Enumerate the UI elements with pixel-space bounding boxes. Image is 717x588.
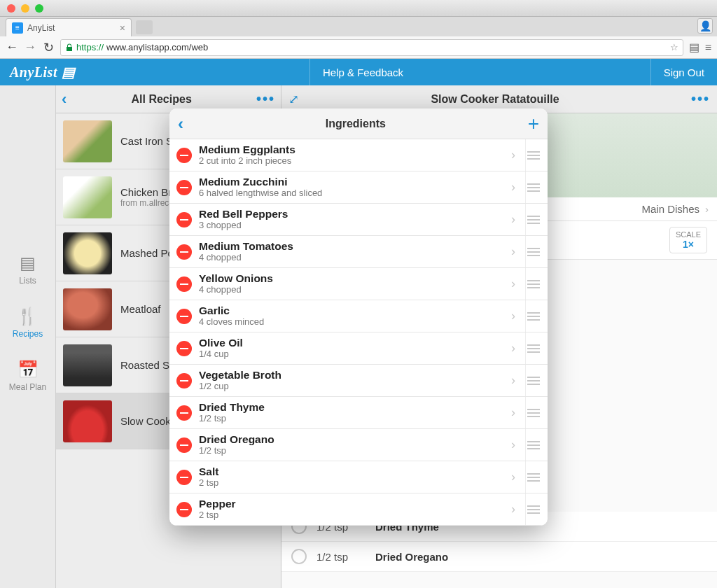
nav-mealplan[interactable]: 📅 Meal Plan bbox=[9, 360, 46, 392]
drag-handle[interactable] bbox=[525, 268, 541, 300]
ingredient-row[interactable]: Dried Thyme 1/2 tsp › bbox=[169, 397, 548, 429]
delete-button[interactable] bbox=[176, 180, 192, 195]
chevron-right-icon[interactable]: › bbox=[508, 276, 518, 291]
delete-button[interactable] bbox=[176, 309, 192, 324]
delete-button[interactable] bbox=[176, 244, 192, 260]
drag-handle[interactable] bbox=[525, 429, 541, 461]
ingredient-note: 4 chopped bbox=[199, 285, 501, 295]
ingredient-name: Dried Oregano bbox=[199, 433, 501, 446]
ingredient-row[interactable]: Yellow Onions 4 chopped › bbox=[169, 268, 548, 300]
scale-label: SCALE bbox=[676, 230, 701, 239]
drag-handle[interactable] bbox=[525, 139, 541, 171]
ingredient-name: Yellow Onions bbox=[199, 272, 501, 285]
lock-icon bbox=[65, 43, 74, 52]
browser-toolbar: ← → ↻ https://www.anylistapp.com/web ☆ ▤… bbox=[0, 36, 717, 59]
ingredient-name: Red Bell Peppers bbox=[199, 208, 501, 220]
chevron-right-icon[interactable]: › bbox=[508, 405, 518, 420]
modal-ingredient-list: Medium Eggplants 2 cut into 2 inch piece… bbox=[169, 139, 548, 526]
recipe-name: Meatloaf bbox=[120, 303, 161, 315]
expand-button[interactable]: ⤢ bbox=[288, 92, 299, 107]
ingredient-note: 1/2 tsp bbox=[199, 414, 501, 424]
ingredient-note: 4 chopped bbox=[199, 253, 501, 263]
ingredient-row[interactable]: Vegetable Broth 1/2 cup › bbox=[169, 365, 548, 397]
drag-handle[interactable] bbox=[525, 493, 541, 525]
reload-button[interactable]: ↻ bbox=[42, 40, 55, 55]
ingredient-row[interactable]: Medium Tomatoes 4 chopped › bbox=[169, 236, 548, 268]
sign-out-link[interactable]: Sign Out bbox=[650, 59, 717, 85]
ingredient-row[interactable]: Garlic 4 cloves minced › bbox=[169, 300, 548, 332]
chevron-right-icon[interactable]: › bbox=[508, 341, 518, 356]
nav-recipes[interactable]: 🍴 Recipes bbox=[13, 307, 43, 339]
drag-handle[interactable] bbox=[525, 461, 541, 493]
nav-lists-label: Lists bbox=[19, 276, 36, 286]
chevron-right-icon[interactable]: › bbox=[508, 470, 518, 484]
window-zoom[interactable] bbox=[35, 4, 43, 13]
recipe-tag: Main Dishes bbox=[641, 203, 699, 215]
detail-more-button[interactable]: ••• bbox=[691, 91, 710, 107]
chevron-right-icon[interactable]: › bbox=[508, 180, 518, 195]
ingredient-note: 6 halved lengthwise and sliced bbox=[199, 188, 501, 199]
chevron-right-icon[interactable]: › bbox=[508, 244, 518, 259]
drag-handle[interactable] bbox=[525, 236, 541, 267]
delete-button[interactable] bbox=[176, 276, 192, 292]
ingredient-row[interactable]: Medium Eggplants 2 cut into 2 inch piece… bbox=[169, 139, 548, 172]
ingredient-row[interactable]: Dried Oregano 1/2 tsp › bbox=[169, 429, 548, 461]
browser-tab[interactable]: ≡ AnyList × bbox=[6, 18, 132, 36]
recipe-thumb bbox=[63, 288, 112, 330]
ingredient-name: Garlic bbox=[199, 304, 501, 317]
bookmark-icon[interactable]: ☆ bbox=[670, 42, 678, 52]
recipes-more-button[interactable]: ••• bbox=[256, 91, 275, 107]
modal-add-button[interactable]: + bbox=[528, 113, 539, 135]
chevron-right-icon[interactable]: › bbox=[508, 212, 518, 227]
ingredient-row-visible[interactable]: 1/2 tsp Dried Oregano bbox=[281, 542, 717, 572]
window-close[interactable] bbox=[7, 4, 15, 13]
url-path: www.anylistapp.com/web bbox=[106, 42, 208, 52]
ingredient-note: 3 chopped bbox=[199, 220, 501, 231]
scale-button[interactable]: SCALE 1× bbox=[669, 227, 707, 253]
window-minimize[interactable] bbox=[21, 4, 29, 13]
browser-menu-icon[interactable]: ≡ bbox=[705, 41, 711, 54]
drag-handle[interactable] bbox=[525, 204, 541, 235]
drag-handle[interactable] bbox=[525, 365, 541, 396]
drag-handle[interactable] bbox=[525, 332, 541, 364]
chevron-right-icon[interactable]: › bbox=[508, 148, 518, 162]
address-bar[interactable]: https://www.anylistapp.com/web ☆ bbox=[60, 39, 683, 56]
back-button[interactable]: ← bbox=[6, 40, 18, 55]
app-logo[interactable]: AnyList ▤ bbox=[10, 64, 75, 80]
ingredient-name: Olive Oil bbox=[199, 337, 501, 349]
ingredient-checkbox[interactable] bbox=[291, 549, 307, 564]
delete-button[interactable] bbox=[176, 212, 192, 227]
ingredient-name: Vegetable Broth bbox=[199, 369, 501, 382]
forward-button[interactable]: → bbox=[24, 40, 36, 55]
reader-icon[interactable]: ▤ bbox=[689, 41, 699, 54]
recipes-back-button[interactable]: ‹ bbox=[62, 90, 67, 108]
ingredient-note: 1/2 tsp bbox=[199, 446, 501, 456]
help-feedback-link[interactable]: Help & Feedback bbox=[309, 59, 416, 85]
scale-value: 1× bbox=[676, 239, 701, 250]
modal-title: Ingredients bbox=[183, 118, 528, 130]
ingredient-row[interactable]: Pepper 2 tsp › bbox=[169, 493, 548, 526]
ingredient-row[interactable]: Red Bell Peppers 3 chopped › bbox=[169, 204, 548, 236]
ingredient-row[interactable]: Medium Zucchini 6 halved lengthwise and … bbox=[169, 172, 548, 204]
drag-handle[interactable] bbox=[525, 300, 541, 332]
drag-handle[interactable] bbox=[525, 172, 541, 203]
nav-lists[interactable]: ▤ Lists bbox=[19, 253, 36, 286]
tab-close-icon[interactable]: × bbox=[120, 22, 125, 34]
new-tab-button[interactable] bbox=[136, 20, 153, 34]
browser-profile-icon[interactable]: 👤 bbox=[697, 18, 713, 34]
chevron-right-icon[interactable]: › bbox=[508, 502, 518, 517]
chevron-right-icon[interactable]: › bbox=[508, 373, 518, 388]
delete-button[interactable] bbox=[176, 341, 192, 356]
delete-button[interactable] bbox=[176, 405, 192, 421]
modal-back-button[interactable]: ‹ bbox=[178, 114, 183, 134]
chevron-right-icon[interactable]: › bbox=[508, 309, 518, 323]
delete-button[interactable] bbox=[176, 148, 192, 163]
delete-button[interactable] bbox=[176, 470, 192, 485]
ingredient-row[interactable]: Olive Oil 1/4 cup › bbox=[169, 332, 548, 365]
delete-button[interactable] bbox=[176, 502, 192, 517]
delete-button[interactable] bbox=[176, 438, 192, 453]
ingredient-row[interactable]: Salt 2 tsp › bbox=[169, 461, 548, 493]
chevron-right-icon[interactable]: › bbox=[508, 438, 518, 452]
drag-handle[interactable] bbox=[525, 397, 541, 428]
delete-button[interactable] bbox=[176, 373, 192, 388]
